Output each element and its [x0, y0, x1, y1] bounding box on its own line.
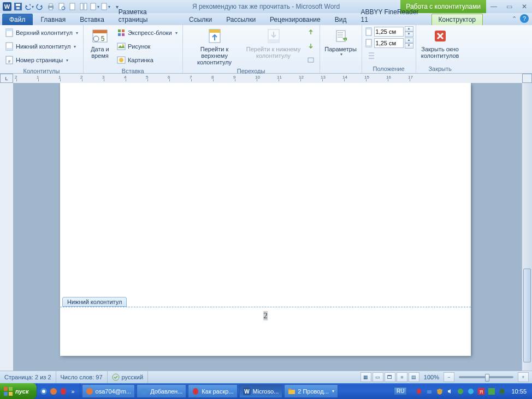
qat-menu-2[interactable]: ▾ [101, 2, 110, 11]
tab-file[interactable]: Файл [2, 14, 33, 25]
svg-rect-66 [488, 388, 495, 395]
minimize-button[interactable]: ― [487, 2, 500, 11]
view-web-layout[interactable]: 🗔 [385, 372, 395, 382]
redo-icon[interactable] [35, 2, 45, 11]
tab-insert[interactable]: Вставка [73, 14, 111, 25]
footer-position-icon [364, 39, 373, 47]
zoom-slider-thumb[interactable] [485, 374, 489, 382]
task-chrome[interactable]: Добавлен... [137, 384, 186, 398]
undo-icon[interactable]: ▾ [24, 2, 34, 11]
minimize-ribbon-icon[interactable]: ⌃ [512, 15, 517, 22]
tab-home[interactable]: Главная [34, 14, 73, 25]
clipart-button[interactable]: Картинка [114, 53, 180, 67]
svg-point-51 [50, 388, 57, 395]
goto-footer-button: Перейти к нижнему колонтитулу [244, 26, 303, 60]
group-navigation: Перейти к верхнему колонтитулу Перейти к… [183, 25, 320, 73]
tray-volume-icon[interactable] [446, 387, 454, 396]
status-words[interactable]: Число слов: 97 [56, 371, 108, 383]
spinner-buttons-2[interactable]: ▲▼ [405, 38, 413, 49]
quick-launch: » [37, 383, 80, 399]
svg-rect-16 [6, 29, 13, 31]
svg-rect-47 [4, 392, 8, 396]
zoom-out-button[interactable]: − [444, 372, 454, 382]
tab-review[interactable]: Рецензирование [263, 14, 328, 25]
goto-header-button[interactable]: Перейти к верхнему колонтитулу [185, 26, 244, 67]
status-language[interactable]: русский [108, 371, 148, 383]
language-indicator[interactable]: RU [394, 387, 407, 395]
tray-skype-icon[interactable] [466, 387, 475, 396]
save-icon[interactable] [13, 2, 23, 11]
header-button[interactable]: Верхний колонтитул▾ [2, 26, 81, 39]
tray-misc-icon[interactable] [487, 387, 496, 396]
view-print-layout[interactable]: ▦ [360, 372, 371, 382]
task-opera[interactable]: Как раскр... [188, 384, 237, 398]
taskbar-clock[interactable]: 10:55 [508, 388, 530, 395]
word-app-icon[interactable]: W [2, 2, 12, 11]
doc-view-icon[interactable] [79, 2, 88, 11]
qat-menu-1[interactable]: ▾ [90, 2, 99, 11]
ql-opera-icon[interactable] [59, 387, 68, 396]
header-from-top[interactable]: ▲▼ [364, 26, 413, 37]
page-number-button[interactable]: #Номер страницы▾ [2, 53, 81, 67]
zoom-slider[interactable] [459, 376, 513, 378]
restore-button[interactable]: ▭ [503, 2, 516, 11]
svg-rect-22 [93, 30, 107, 33]
ql-chrome-icon[interactable] [39, 387, 48, 396]
tab-layout[interactable]: Разметка страницы [111, 6, 182, 25]
horizontal-ruler[interactable]: 211234567891011121314151617 [13, 74, 522, 84]
tray-sync-icon[interactable] [456, 387, 465, 396]
nav-prev-icon[interactable] [304, 26, 317, 39]
building-blocks-button[interactable]: Экспресс-блоки▾ [114, 26, 180, 39]
view-outline[interactable]: ≡ [397, 372, 407, 382]
header-distance-input[interactable] [374, 27, 404, 37]
view-full-screen[interactable]: ▭ [373, 372, 383, 382]
start-button[interactable]: пуск [0, 383, 37, 399]
date-time-button[interactable]: 5 Дата и время [86, 26, 114, 60]
tab-mailings[interactable]: Рассылки [219, 14, 263, 25]
tray-network-icon[interactable] [425, 387, 434, 396]
close-header-footer-button[interactable]: Закрыть окно колонтитулов [418, 26, 462, 60]
zoom-in-button[interactable]: + [518, 372, 529, 382]
parameters-button[interactable]: Параметры▾ [322, 26, 359, 58]
nav-link-icon[interactable] [304, 53, 317, 67]
group-header-footer: Верхний колонтитул▾ Нижний колонтитул▾ #… [0, 25, 84, 73]
footer-from-bottom[interactable]: ▲▼ [364, 38, 413, 49]
view-draft[interactable]: ▤ [409, 372, 419, 382]
ql-firefox-icon[interactable] [49, 387, 58, 396]
tab-abbyy[interactable]: ABBYY FineReader 11 [353, 6, 431, 25]
new-doc-icon[interactable] [68, 2, 78, 11]
insert-alignment-tab[interactable] [364, 49, 413, 62]
close-button[interactable]: ✕ [518, 2, 531, 11]
tray-opera-icon[interactable] [415, 387, 423, 396]
tab-view[interactable]: Вид [328, 14, 354, 25]
help-icon[interactable]: ? [520, 14, 529, 23]
ql-expand[interactable]: » [69, 387, 78, 396]
windows-taskbar: пуск » osa704@m... Добавлен... Как раскр… [0, 383, 532, 399]
footer-distance-input[interactable] [374, 38, 404, 48]
task-explorer[interactable]: 2 Провод...▾ [284, 384, 338, 398]
quick-print-icon[interactable] [46, 2, 56, 11]
vertical-ruler[interactable] [0, 83, 14, 371]
task-word[interactable]: WMicroso... [239, 384, 283, 398]
tab-references[interactable]: Ссылки [182, 14, 219, 25]
footer-button[interactable]: Нижний колонтитул▾ [2, 40, 81, 53]
task-firefox[interactable]: osa704@m... [82, 384, 135, 398]
zoom-level[interactable]: 100% [424, 374, 439, 380]
ruler-toggle[interactable] [522, 74, 532, 83]
page-number-field[interactable]: 2 [263, 311, 268, 320]
nav-next-icon[interactable] [304, 40, 317, 53]
vertical-scrollbar[interactable] [522, 83, 532, 371]
scrollbar-thumb[interactable] [523, 269, 531, 362]
tray-shield-icon[interactable] [435, 387, 444, 396]
tray-dr-icon[interactable] [498, 387, 506, 396]
print-preview-icon[interactable] [57, 2, 67, 11]
picture-button[interactable]: Рисунок [114, 40, 180, 53]
svg-rect-36 [268, 39, 279, 43]
status-page[interactable]: Страница: 2 из 2 [0, 371, 56, 383]
tray-yandex-icon[interactable]: Я [477, 387, 486, 396]
tab-selector[interactable]: L [0, 74, 13, 83]
document-area[interactable]: Нижний колонтитул 2 [13, 83, 522, 371]
spinner-buttons[interactable]: ▲▼ [405, 26, 413, 37]
svg-rect-14 [102, 3, 107, 10]
tab-design[interactable]: Конструктор [431, 14, 483, 25]
